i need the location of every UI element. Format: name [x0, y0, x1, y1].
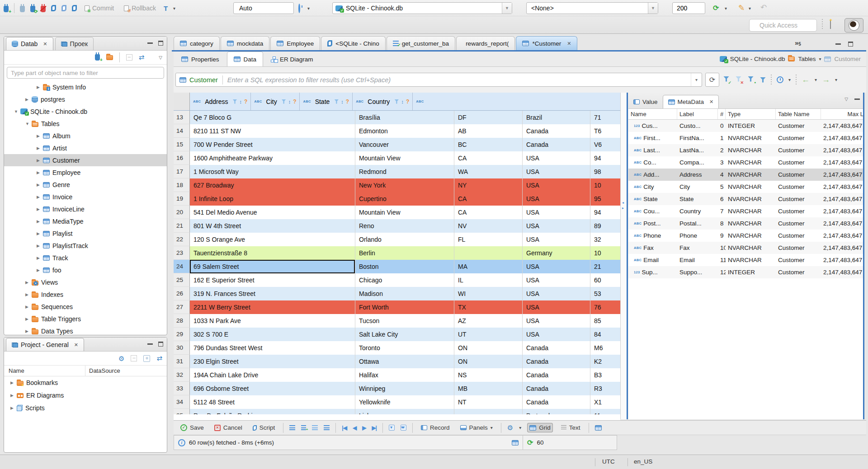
editor-tab[interactable]: category — [174, 36, 220, 50]
meta-cell-label[interactable]: Fax — [677, 242, 718, 254]
tree-item[interactable]: ▶ Customer — [4, 154, 167, 166]
editor-minimize-icon[interactable] — [835, 43, 841, 45]
cell-address[interactable]: 5112 48 Street — [190, 395, 355, 409]
breadcrumb-tables[interactable]: Tables — [798, 56, 816, 62]
meta-cell-name[interactable]: ABC Post... — [628, 217, 677, 230]
auto-refresh-dropdown-icon[interactable]: ▾ — [788, 77, 791, 82]
meta-cell-label[interactable]: FirstNa... — [677, 132, 718, 144]
cell-city[interactable]: Redmond — [355, 165, 454, 178]
tree-item[interactable]: ▶ Album — [4, 130, 167, 142]
project-minimize-icon[interactable] — [147, 343, 153, 345]
tree-item[interactable]: ▶ postgres — [4, 93, 167, 105]
tree-expand-icon[interactable]: ▶ — [37, 183, 43, 187]
row-number-cell[interactable]: 32 — [174, 368, 190, 382]
cell-postal[interactable]: T6 — [590, 124, 620, 138]
tab-value-viewer[interactable]: Value — [628, 95, 663, 108]
row-number-cell[interactable]: 19 — [174, 192, 190, 206]
meta-cell-name[interactable]: ABC Fax — [628, 242, 677, 254]
cell-state[interactable]: CA — [454, 151, 523, 165]
cell-address[interactable]: 1600 Amphitheatre Parkway — [190, 151, 355, 165]
row-number-cell[interactable]: 18 — [174, 178, 190, 192]
editor-subtab[interactable]: Data — [227, 52, 264, 66]
meta-cell-name[interactable]: 123 Cus... — [628, 120, 677, 132]
meta-cell-max[interactable]: 2,147,483,647 — [821, 266, 864, 278]
schema-combo-arrow[interactable]: ▼ — [648, 3, 658, 14]
tree-expand-icon[interactable]: ▶ — [25, 97, 32, 102]
tree-item[interactable]: ▶ Playlist — [4, 227, 167, 239]
cell-state[interactable]: AZ — [454, 314, 523, 328]
cell-country[interactable]: USA — [523, 178, 590, 192]
row-number-cell[interactable]: 31 — [174, 355, 190, 368]
sash-collapse-right-icon[interactable]: ▸ — [622, 206, 624, 210]
meta-cell-max[interactable]: 2,147,483,647 — [821, 242, 864, 254]
script-button[interactable]: Script — [250, 423, 278, 432]
row-number-cell[interactable]: 30 — [174, 341, 190, 355]
meta-cell-label[interactable]: Compa... — [677, 156, 718, 169]
meta-cell-label[interactable]: Postal... — [677, 217, 718, 230]
tree-item[interactable]: ▶ InvoiceLine — [4, 203, 167, 215]
metadata-row[interactable]: ABC Add... Address 4 NVARCHAR Customer 2… — [628, 169, 864, 181]
connection-combo-arrow[interactable]: ▼ — [502, 3, 512, 14]
cell-country[interactable]: USA — [523, 300, 590, 314]
cell-city[interactable]: Lisbon — [355, 409, 454, 414]
tree-expand-icon[interactable]: ▼ — [14, 109, 20, 114]
cell-country[interactable]: Canada — [523, 355, 590, 368]
grid-row[interactable]: 31 230 Elgin Street Ottawa ON Canada K2 — [174, 355, 620, 368]
custom-filter-icon[interactable] — [760, 77, 766, 83]
metadata-row[interactable]: ABC Cou... Country 7 NVARCHAR Customer 2… — [628, 205, 864, 217]
cell-postal[interactable]: 32 — [590, 233, 620, 246]
meta-cell-type[interactable]: NVARCHAR — [726, 156, 776, 169]
cell-country[interactable]: USA — [523, 287, 590, 300]
grid-column-header[interactable]: ABC Address ↕ ? — [190, 93, 251, 110]
open-sql-script-icon[interactable] — [61, 5, 66, 11]
row-number-cell[interactable]: 33 — [174, 382, 190, 395]
cell-city[interactable]: Madison — [355, 287, 454, 300]
database-tab-close-icon[interactable]: ✕ — [43, 41, 47, 47]
editor-tab[interactable]: <SQLite - Chino — [321, 36, 385, 50]
breadcrumb-connection[interactable]: SQLite - Chinook.db — [730, 56, 785, 62]
metadata-tab-close-icon[interactable]: ✕ — [709, 99, 713, 105]
tree-item[interactable]: ▶ Table Triggers — [4, 313, 167, 325]
row-number-cell[interactable]: 13 — [174, 111, 190, 124]
quick-access-box[interactable]: Quick Access — [749, 19, 817, 32]
grid-row[interactable]: 23 Tauentzienstraße 8 Berlin Germany 10 — [174, 246, 620, 260]
meta-col-name[interactable]: Name — [628, 109, 677, 119]
cell-country[interactable]: USA — [523, 314, 590, 328]
grid-row[interactable]: 24 69 Salem Street Boston MA USA 21 — [174, 260, 620, 273]
cell-country[interactable]: Germany — [523, 246, 590, 260]
meta-cell-label[interactable]: LastNa... — [677, 144, 718, 156]
meta-cell-label[interactable]: Phone — [677, 230, 718, 242]
cell-country[interactable]: Canada — [523, 341, 590, 355]
grid-row[interactable]: 18 627 Broadway New York NY USA 10 — [174, 178, 620, 192]
commit-button[interactable]: Commit — [82, 3, 116, 13]
column-help-icon[interactable]: ? — [346, 98, 349, 105]
row-number-cell[interactable]: 22 — [174, 233, 190, 246]
grid-row[interactable]: 20 541 Del Medio Avenue Mountain View CA… — [174, 206, 620, 219]
meta-cell-type[interactable]: INTEGER — [726, 120, 776, 132]
editor-tab-close-icon[interactable]: ✕ — [567, 41, 571, 47]
cell-address[interactable]: Qe 7 Bloco G — [190, 111, 355, 124]
column-filter-icon[interactable] — [233, 99, 237, 104]
column-sort-icon[interactable]: ↕ — [288, 99, 291, 104]
cell-postal[interactable]: B3 — [590, 368, 620, 382]
grid-row[interactable]: 30 796 Dundas Street West Toronto ON Can… — [174, 341, 620, 355]
metadata-row[interactable]: ABC Phone Phone 9 NVARCHAR Customer 2,14… — [628, 230, 864, 242]
meta-cell-type[interactable]: NVARCHAR — [726, 242, 776, 254]
meta-cell-table[interactable]: Customer — [776, 254, 821, 266]
cell-state[interactable]: DF — [454, 111, 523, 124]
meta-cell-table[interactable]: Customer — [776, 181, 821, 193]
new-connection-icon[interactable]: + — [4, 6, 9, 12]
tab-project-explorer[interactable]: Проек — [55, 37, 94, 50]
tree-item[interactable]: ▶ Track — [4, 252, 167, 264]
record-mode-button[interactable]: Record — [419, 423, 452, 432]
cell-postal[interactable]: 89 — [590, 219, 620, 233]
metadata-row[interactable]: ABC City City 5 NVARCHAR Customer 2,147,… — [628, 181, 864, 193]
cell-state[interactable]: AB — [454, 124, 523, 138]
transaction-mode-dropdown-icon[interactable]: ▾ — [173, 6, 175, 11]
nav-forward-dropdown-icon[interactable]: ▾ — [835, 77, 837, 82]
copy-row-icon[interactable] — [312, 425, 318, 430]
connect-icon[interactable] — [20, 6, 25, 12]
cell-city[interactable]: Winnipeg — [355, 382, 454, 395]
cell-address[interactable]: 69 Salem Street — [190, 260, 355, 273]
project-maximize-icon[interactable] — [158, 342, 163, 347]
